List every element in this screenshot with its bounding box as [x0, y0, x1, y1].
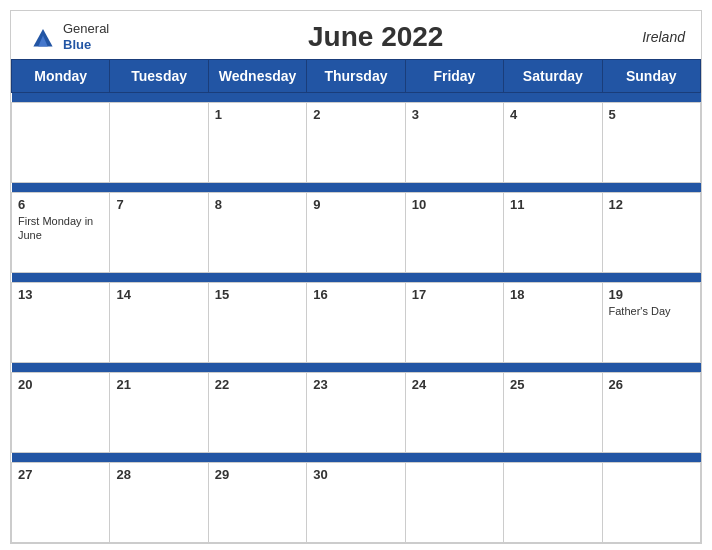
day-cell: 22	[208, 373, 306, 453]
day-number: 8	[215, 197, 300, 212]
day-cell	[602, 463, 700, 543]
header-monday: Monday	[12, 60, 110, 93]
weekday-header-row: Monday Tuesday Wednesday Thursday Friday…	[12, 60, 701, 93]
day-number: 22	[215, 377, 300, 392]
day-number: 4	[510, 107, 595, 122]
day-number: 12	[609, 197, 694, 212]
header-thursday: Thursday	[307, 60, 405, 93]
day-cell: 26	[602, 373, 700, 453]
week-row-1: 6First Monday in June789101112	[12, 193, 701, 273]
day-cell: 1	[208, 103, 306, 183]
day-cell: 23	[307, 373, 405, 453]
day-event: Father's Day	[609, 304, 694, 318]
day-number: 5	[609, 107, 694, 122]
day-number: 25	[510, 377, 595, 392]
day-cell: 4	[504, 103, 602, 183]
country-label: Ireland	[642, 29, 685, 45]
day-cell	[504, 463, 602, 543]
day-cell: 27	[12, 463, 110, 543]
day-number: 29	[215, 467, 300, 482]
day-cell: 11	[504, 193, 602, 273]
week-row-0: 12345	[12, 103, 701, 183]
day-cell: 30	[307, 463, 405, 543]
day-number: 14	[116, 287, 201, 302]
day-number: 6	[18, 197, 103, 212]
week-separator-2	[12, 273, 701, 283]
logo-area: General Blue	[27, 21, 109, 53]
day-number: 21	[116, 377, 201, 392]
week-row-4: 27282930	[12, 463, 701, 543]
day-cell: 14	[110, 283, 208, 363]
week-separator-0	[12, 93, 701, 103]
day-event: First Monday in June	[18, 214, 103, 243]
day-number: 30	[313, 467, 398, 482]
calendar-table: Monday Tuesday Wednesday Thursday Friday…	[11, 59, 701, 543]
day-cell: 2	[307, 103, 405, 183]
day-number: 7	[116, 197, 201, 212]
day-cell: 25	[504, 373, 602, 453]
day-cell: 28	[110, 463, 208, 543]
week-separator-3	[12, 363, 701, 373]
day-cell: 6First Monday in June	[12, 193, 110, 273]
week-separator-4	[12, 453, 701, 463]
header-saturday: Saturday	[504, 60, 602, 93]
day-number: 24	[412, 377, 497, 392]
day-cell: 13	[12, 283, 110, 363]
day-number: 17	[412, 287, 497, 302]
day-number: 1	[215, 107, 300, 122]
general-blue-logo-icon	[27, 21, 59, 53]
day-cell: 24	[405, 373, 503, 453]
week-row-3: 20212223242526	[12, 373, 701, 453]
day-number: 20	[18, 377, 103, 392]
day-number: 28	[116, 467, 201, 482]
day-cell: 10	[405, 193, 503, 273]
day-cell: 29	[208, 463, 306, 543]
day-number: 23	[313, 377, 398, 392]
day-number: 10	[412, 197, 497, 212]
day-cell: 21	[110, 373, 208, 453]
day-cell: 7	[110, 193, 208, 273]
calendar-header: General Blue June 2022 Ireland	[11, 11, 701, 59]
day-cell: 8	[208, 193, 306, 273]
header-sunday: Sunday	[602, 60, 700, 93]
day-cell: 16	[307, 283, 405, 363]
calendar-container: General Blue June 2022 Ireland Monday Tu…	[10, 10, 702, 544]
day-cell: 5	[602, 103, 700, 183]
day-cell	[110, 103, 208, 183]
day-number: 9	[313, 197, 398, 212]
day-number: 16	[313, 287, 398, 302]
header-friday: Friday	[405, 60, 503, 93]
day-number: 2	[313, 107, 398, 122]
day-number: 26	[609, 377, 694, 392]
day-cell	[405, 463, 503, 543]
day-number: 3	[412, 107, 497, 122]
day-cell: 15	[208, 283, 306, 363]
day-number: 19	[609, 287, 694, 302]
day-number: 13	[18, 287, 103, 302]
week-row-2: 13141516171819Father's Day	[12, 283, 701, 363]
day-cell: 3	[405, 103, 503, 183]
day-number: 11	[510, 197, 595, 212]
day-cell: 12	[602, 193, 700, 273]
day-number: 27	[18, 467, 103, 482]
day-number: 18	[510, 287, 595, 302]
week-separator-1	[12, 183, 701, 193]
day-cell: 9	[307, 193, 405, 273]
header-wednesday: Wednesday	[208, 60, 306, 93]
day-cell	[12, 103, 110, 183]
day-cell: 17	[405, 283, 503, 363]
day-cell: 19Father's Day	[602, 283, 700, 363]
header-tuesday: Tuesday	[110, 60, 208, 93]
day-cell: 20	[12, 373, 110, 453]
logo-text: General Blue	[63, 21, 109, 52]
calendar-title: June 2022	[308, 21, 443, 53]
day-cell: 18	[504, 283, 602, 363]
day-number: 15	[215, 287, 300, 302]
